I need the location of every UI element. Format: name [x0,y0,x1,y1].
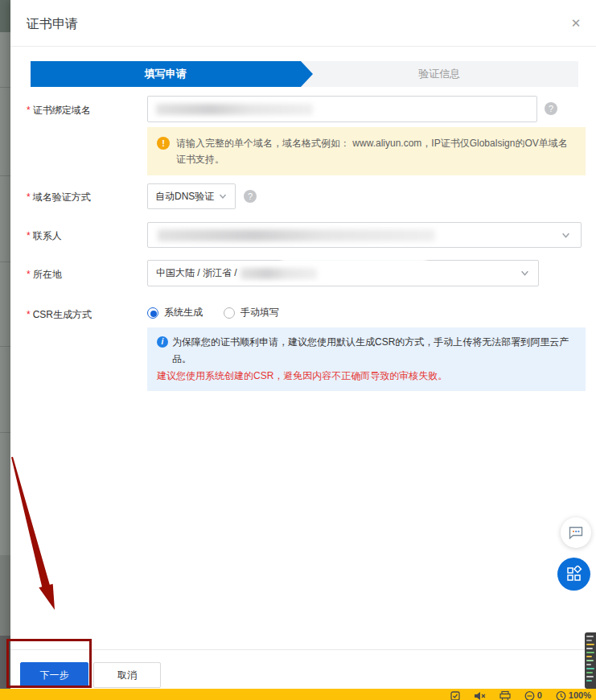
location-field-label: *所在地 [27,268,62,282]
required-mark: * [27,105,31,116]
step-label: 验证信息 [418,67,460,81]
minimap-line [586,644,594,645]
redacted-location-suffix [240,268,317,279]
taskbar-mute-button[interactable] [474,690,486,700]
cancel-button[interactable]: 取消 [93,662,161,688]
radio-selected-icon [147,307,158,319]
info-icon: i [157,336,168,348]
background-divider [0,175,10,176]
annotation-rectangle [6,639,92,688]
dns-method-value: 自动DNS验证 [155,190,214,204]
domain-warning-text: 请输入完整的单个域名，域名格式例如： www.aliyun.com，IP证书仅G… [176,138,568,165]
minimap-line [586,660,594,661]
badge-circle-icon [524,690,535,700]
taskbar-check-button[interactable] [450,690,460,700]
location-value: 中国大陆 / 浙江省 / [156,266,237,280]
contact-field-label: *联系人 [27,229,62,243]
badge-count: 0 [537,690,542,700]
step-verify-info[interactable]: 验证信息 [301,61,578,87]
domain-input[interactable] [147,96,537,122]
required-mark: * [27,309,31,320]
background-divider [0,346,10,347]
dns-help-icon[interactable]: ? [244,190,257,203]
app-grid-icon [565,566,582,583]
warning-icon: ! [157,137,170,150]
background-segment [0,32,10,555]
csr-info-line1: i 为保障您的证书顺利申请，建议您使用默认生成CSR的方式，手动上传将无法部署到… [157,334,576,368]
chevron-down-icon [520,268,530,278]
radio-label: 手动填写 [240,306,279,319]
csr-radio-manual[interactable]: 手动填写 [224,306,279,319]
background-segment [0,555,10,636]
step-label: 填写申请 [145,67,187,81]
minimap-line [586,668,594,669]
taskbar-zoom[interactable]: 100% [556,690,591,700]
apps-button[interactable] [557,558,590,591]
wizard-stepper: 填写申请 验证信息 [31,61,578,87]
minimap-line [586,648,593,649]
domain-warning-box: ! 请输入完整的单个域名，域名格式例如： www.aliyun.com，IP证书… [147,127,586,175]
feedback-button[interactable] [561,517,591,548]
minimap-line [586,676,594,677]
radio-label: 系统生成 [164,306,203,319]
printer-icon [499,690,511,700]
minimap-line [586,656,592,657]
csr-radio-group: 系统生成 手动填写 [147,306,279,319]
certificate-application-modal: 证书申请 ✕ 填写申请 验证信息 *证书绑定域名 ? ! 请输入完整的单个域名，… [10,0,596,689]
minimap-line [586,636,594,637]
redaction-smudge [282,254,426,264]
domain-help-icon[interactable]: ? [545,102,557,115]
taskbar-print-button[interactable] [499,690,511,700]
zoom-level: 100% [569,690,591,700]
required-mark: * [27,230,31,241]
minimap-sliver [585,632,596,689]
screen: 证书申请 ✕ 填写申请 验证信息 *证书绑定域名 ? ! 请输入完整的单个域名，… [0,0,596,700]
chevron-down-icon [561,230,571,241]
background-divider [0,87,10,88]
chat-icon [568,525,584,540]
minimap-line [586,680,592,681]
background-divider [0,432,10,433]
minimap-line [586,652,594,653]
radio-unselected-icon [224,307,235,319]
minimap-line [586,672,593,673]
background-page-strip [0,0,10,700]
csr-info-box: i 为保障您的证书顺利申请，建议您使用默认生成CSR的方式，手动上传将无法部署到… [147,327,586,391]
csr-info-line2: 建议您使用系统创建的CSR，避免因内容不正确而导致的审核失败。 [157,368,576,385]
dns-field-label: *域名验证方式 [27,191,91,204]
domain-field-label: *证书绑定域名 [27,104,91,117]
speaker-muted-icon [474,690,486,700]
taskbar: 0 100% [0,689,596,700]
header-divider [10,46,596,47]
minimap-line [586,640,592,641]
redacted-contact-value [158,229,435,241]
footer-divider [10,649,596,650]
contact-select[interactable] [147,222,582,248]
close-icon[interactable]: ✕ [569,16,583,31]
background-divider [0,261,10,262]
csr-radio-system[interactable]: 系统生成 [147,306,203,319]
background-segment [0,0,10,32]
required-mark: * [27,191,31,203]
csr-field-label: *CSR生成方式 [27,308,92,322]
page-title: 证书申请 [27,16,78,33]
minimap-line [586,664,591,665]
chevron-down-icon [218,191,228,201]
required-mark: * [27,269,31,280]
clock-icon [556,690,566,700]
check-icon [450,690,460,700]
step-fill-application[interactable]: 填写申请 [31,61,301,87]
dns-method-select[interactable]: 自动DNS验证 [147,183,236,209]
redacted-domain-value [156,104,313,115]
taskbar-badge[interactable]: 0 [524,690,542,700]
